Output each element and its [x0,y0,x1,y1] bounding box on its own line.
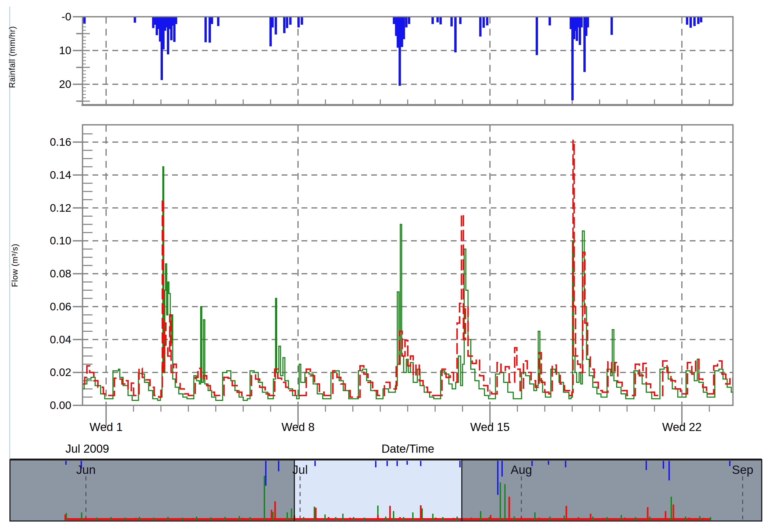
rain-bar [697,17,699,24]
flow-ytick-label: 0.10 [50,234,71,247]
navigator-green-spike [488,517,490,520]
navigator-red-spike [64,514,66,520]
navigator-red-spike [271,510,273,520]
flow-ytick-label: 0.02 [50,366,71,379]
navigator-green-spike [480,511,481,520]
rain-bar [271,17,274,27]
rain-bar [133,17,136,23]
rain-bar [204,17,207,42]
navigator-green-spike [167,517,169,520]
navigator-green-spike [671,497,672,520]
navigator-selection-overlay[interactable] [294,460,462,521]
rain-bar [209,17,211,43]
navigator-green-spike [225,517,226,520]
navigator-red-spike [538,518,540,520]
navigator-green-spike [264,476,265,520]
navigator-red-spike [508,497,510,520]
navigator-green-spike [592,517,593,520]
rain-bar [289,17,292,25]
navigator-red-spike [192,518,194,520]
rain-bar [286,17,288,28]
rain-bar [403,17,405,39]
rain-bar [690,17,692,28]
navigator-rain-tick [565,461,566,467]
rain-bar [393,17,395,24]
rain-bar [83,17,86,23]
navigator-green-spike [635,517,636,520]
navigator-green-spike [699,516,701,520]
navigator-red-spike [647,507,649,520]
navigator-red-spike [688,518,690,520]
rain-bar [301,17,303,25]
navigator-red-spike [135,518,137,520]
rain-bar [700,17,702,22]
rain-bar [399,17,401,86]
flow-ytick-label: 0.08 [50,267,71,280]
navigator-rain-tick [646,461,647,470]
navigator-red-spike [673,505,674,520]
rain-bar [693,17,696,26]
navigator-green-spike [287,512,288,520]
rain-bar [479,17,481,37]
navigator-green-spike [196,517,197,520]
rain-bar [486,17,488,25]
rain-bar [283,17,286,33]
navigator-rain-tick [548,461,549,465]
flow-ytick-label: 0.12 [50,202,71,214]
navigator-red-spike [221,518,223,520]
rain-bar [297,17,300,27]
navigator-green-spike [181,518,183,520]
navigator-green-spike [549,517,550,520]
rain-ytick-label: -0 [62,10,71,23]
navigator-green-spike [239,516,240,520]
navigator-month-label: Aug [510,463,532,477]
navigator-green-spike [124,518,126,520]
navigator-green-spike [499,482,501,520]
flow-ytick-label: 0.04 [50,333,71,346]
rain-bar [450,17,453,26]
navigator-red-spike [520,517,522,520]
navigator-green-spike [514,516,515,520]
rain-bar [580,17,583,27]
navigator-red-spike [565,506,567,520]
date-tick-label: Wed 22 [662,421,702,434]
navigator-rain-tick [65,461,66,465]
navigator-red-spike [471,518,472,520]
navigator-green-spike [139,517,140,520]
x-axis-title: Date/Time [381,442,434,455]
rain-bar [548,17,551,25]
navigator-red-spike [242,518,244,520]
rain-bar [454,17,457,52]
rain-bar [459,17,461,24]
navigator-green-spike [110,517,111,520]
navigator-red-spike [624,518,626,520]
navigator-red-spike [665,511,666,520]
navigator-red-spike [274,501,276,520]
navigator-green-spike [249,517,251,520]
rain-bar [405,17,408,27]
navigator-green-spike [710,517,711,520]
navigator-green-spike [607,517,608,520]
navigator-rain-tick [265,461,267,486]
rain-bar [686,17,688,25]
rain-bar [217,17,220,26]
navigator-month-label: Sep [732,463,753,477]
rain-bar [436,17,439,22]
navigator-green-spike [210,517,212,520]
navigator-month-label: Jun [76,463,96,477]
navigator-green-spike [563,516,565,520]
rain-ytick-label: 20 [59,78,71,91]
chart-page: Rainfall (mm/hr) Flow (m³/s) Jul 2009 Da… [0,0,767,532]
navigator-red-spike [164,518,165,520]
flow-ytick-label: 0.06 [50,300,71,313]
rain-bar [611,17,613,35]
rain-bar [536,17,538,55]
navigator-rain-tick [278,461,279,471]
x-axis-context-label: Jul 2009 [65,442,109,455]
navigator-rain-tick [663,461,664,469]
navigator-red-spike [578,518,579,520]
navigator-red-spike [590,514,592,520]
rain-bar [211,17,213,24]
flow-ytick-label: 0.14 [50,169,71,181]
navigator-red-spike [490,515,491,520]
